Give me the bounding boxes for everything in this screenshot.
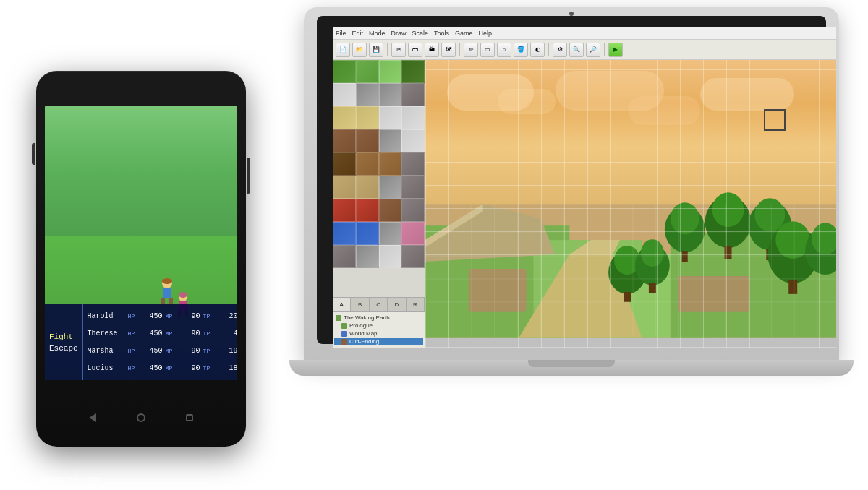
svg-point-64: [162, 278, 172, 284]
toolbar-fill[interactable]: 🪣: [514, 43, 528, 57]
map-icon-prologue: [341, 323, 347, 329]
menu-help[interactable]: Help: [479, 30, 493, 37]
stat-tp-label-lucius: TP: [203, 365, 216, 371]
toolbar-pencil[interactable]: ✏: [464, 43, 478, 57]
toolbar-save[interactable]: 💾: [369, 43, 383, 57]
map-icon-cliff: [341, 339, 347, 345]
laptop-screen: File Edit Mode Draw Scale Tools Game Hel…: [333, 27, 836, 348]
volume-button[interactable]: [32, 143, 35, 165]
map-item-world-map[interactable]: World Map: [334, 330, 423, 338]
cmd-fight[interactable]: Fight: [49, 332, 78, 341]
menu-draw[interactable]: Draw: [391, 30, 407, 37]
toolbar-database[interactable]: 🗃: [408, 43, 422, 57]
stat-hp-val-harold: 450: [144, 312, 163, 320]
menu-game[interactable]: Game: [455, 30, 473, 37]
svg-rect-25: [624, 292, 631, 302]
party-row-marsha: Marsha HP 450 MP 90 TP 19: [88, 347, 237, 355]
recent-button[interactable]: [186, 414, 193, 421]
stat-mp-val-therese: 90: [182, 330, 200, 338]
map-item-cliff-ending[interactable]: Cliff-Ending: [334, 338, 423, 345]
laptop: File Edit Mode Draw Scale Tools Game Hel…: [304, 7, 854, 397]
toolbar-sep2: [459, 43, 460, 56]
phone: Fight Escape Harold HP 450 MP 90 TP 20: [36, 71, 246, 447]
svg-rect-61: [163, 288, 171, 298]
phone-body: Fight Escape Harold HP 450 MP 90 TP 20: [36, 71, 246, 447]
toolbar-zoom-in[interactable]: 🔍: [569, 43, 584, 57]
stat-mp-label-therese: MP: [166, 330, 179, 337]
map-icon-waking: [336, 315, 341, 321]
toolbar-sep4: [604, 43, 605, 56]
toolbar-play[interactable]: ▶: [608, 43, 623, 57]
app-menubar: File Edit Mode Draw Scale Tools Game Hel…: [333, 27, 836, 40]
stat-hp-val-therese: 450: [144, 330, 163, 338]
menu-file[interactable]: File: [336, 30, 346, 37]
stat-hp-label-harold: HP: [128, 313, 141, 319]
toolbar-map[interactable]: 🗺: [441, 43, 456, 57]
toolbar-zoom-out[interactable]: 🔎: [586, 43, 600, 57]
tab-D[interactable]: D: [388, 298, 406, 311]
stat-tp-val-therese: 4: [219, 330, 237, 338]
toolbar-cut[interactable]: ✂: [391, 43, 406, 57]
phone-nav-bar: [69, 403, 213, 432]
map-item-waking-earth[interactable]: The Waking Earth: [334, 314, 423, 322]
battle-party: Harold HP 450 MP 90 TP 20 Therese HP: [83, 304, 237, 380]
stat-hp-label-marsha: HP: [128, 348, 141, 354]
cmd-escape[interactable]: Escape: [49, 344, 78, 353]
tab-B[interactable]: B: [351, 298, 369, 311]
phone-screen: Fight Escape Harold HP 450 MP 90 TP 20: [45, 106, 237, 380]
tab-A[interactable]: A: [333, 298, 351, 311]
menu-mode[interactable]: Mode: [369, 30, 386, 37]
svg-point-27: [641, 239, 664, 267]
svg-point-16: [754, 198, 785, 231]
party-row-lucius: Lucius HP 450 MP 90 TP 18: [88, 364, 237, 372]
toolbar-event[interactable]: ⚙: [553, 43, 567, 57]
stat-hp-val-marsha: 450: [144, 347, 163, 355]
rpgmaker-app: File Edit Mode Draw Scale Tools Game Hel…: [333, 27, 836, 348]
stat-mp-val-harold: 90: [182, 312, 200, 320]
menu-tools[interactable]: Tools: [434, 30, 449, 37]
svg-point-19: [775, 221, 810, 259]
stat-mp-label-marsha: MP: [166, 348, 179, 354]
menu-scale[interactable]: Scale: [412, 30, 429, 37]
menu-edit[interactable]: Edit: [352, 30, 364, 37]
tab-C[interactable]: C: [370, 298, 388, 311]
party-row-harold: Harold HP 450 MP 90 TP 20: [88, 312, 237, 320]
toolbar-new[interactable]: 📄: [336, 43, 350, 57]
tab-R[interactable]: R: [407, 298, 425, 311]
stat-tp-label-marsha: TP: [203, 348, 216, 354]
stat-tp-val-marsha: 19: [219, 347, 237, 355]
app-sidebar: A B C D R The Waking Earth: [333, 60, 425, 348]
map-editor[interactable]: [425, 60, 836, 348]
battle-commands: Fight Escape: [45, 304, 83, 380]
toolbar-open[interactable]: 📂: [352, 43, 367, 57]
svg-rect-28: [649, 283, 656, 293]
laptop-base: [289, 360, 854, 376]
tileset-image[interactable]: [333, 60, 425, 291]
party-name-harold: Harold: [88, 312, 125, 320]
toolbar-sep1: [387, 43, 388, 56]
toolbar-tileset[interactable]: 🏔: [425, 43, 439, 57]
toolbar-rect[interactable]: ▭: [480, 43, 495, 57]
svg-point-69: [179, 292, 187, 298]
app-toolbar: 📄 📂 💾 ✂ 🗃 🏔 🗺 ✏ ▭ ○ 🪣 ◐: [333, 40, 836, 60]
stat-mp-val-marsha: 90: [182, 347, 200, 355]
stat-mp-label-lucius: MP: [166, 365, 179, 371]
power-button[interactable]: [247, 158, 250, 194]
game-screen: Fight Escape Harold HP 450 MP 90 TP 20: [45, 106, 237, 380]
laptop-body: File Edit Mode Draw Scale Tools Game Hel…: [304, 7, 839, 361]
map-terrain-svg: [425, 60, 836, 348]
map-item-prologue[interactable]: Prologue: [334, 322, 423, 330]
svg-point-10: [671, 202, 699, 234]
filehorse-watermark: filehorse.com: [40, 473, 101, 484]
toolbar-sep3: [548, 43, 549, 56]
home-button[interactable]: [137, 413, 145, 422]
party-name-lucius: Lucius: [88, 364, 125, 372]
toolbar-shadow[interactable]: ◐: [530, 43, 545, 57]
toolbar-ellipse[interactable]: ○: [497, 43, 511, 57]
tileset-area: [333, 60, 425, 297]
stat-tp-val-harold: 20: [219, 312, 237, 320]
back-button[interactable]: [89, 413, 96, 422]
party-name-marsha: Marsha: [88, 347, 125, 355]
stat-tp-val-lucius: 18: [219, 364, 237, 372]
stat-hp-label-lucius: HP: [128, 365, 141, 371]
